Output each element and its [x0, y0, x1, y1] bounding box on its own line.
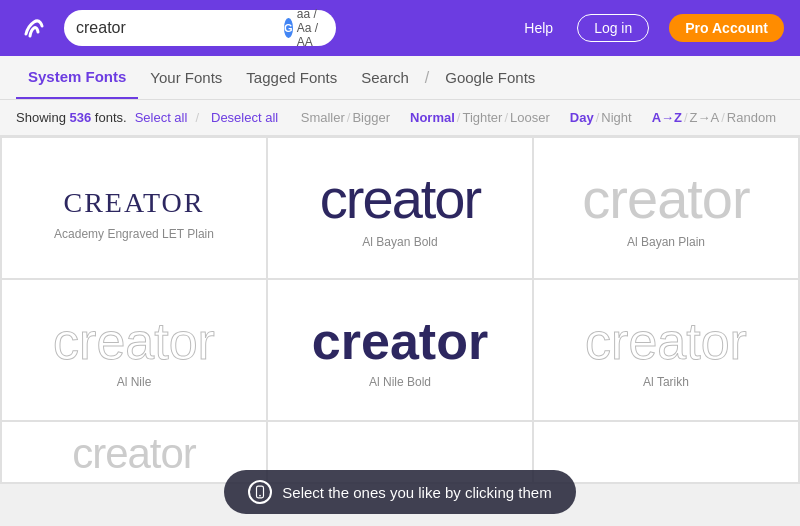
logo[interactable] — [16, 10, 52, 46]
google-icon: G — [284, 18, 293, 38]
spacing-looser[interactable]: Looser — [510, 110, 550, 125]
size-group: Smaller / Bigger — [301, 110, 390, 125]
nav-divider: / — [421, 69, 433, 87]
deselect-all-link[interactable]: Deselect all — [211, 110, 278, 125]
font-preview: creator — [320, 171, 480, 227]
font-count: 536 — [70, 110, 92, 125]
search-input[interactable] — [76, 19, 276, 37]
font-preview: creator — [53, 315, 215, 367]
font-name: Al Bayan Plain — [627, 235, 705, 249]
toast-message: Select the ones you like by clicking the… — [282, 484, 551, 501]
app-header: G aa / Aa / AA Help Log in Pro Account — [0, 0, 800, 56]
font-preview: creator — [582, 171, 749, 227]
search-bar[interactable]: G aa / Aa / AA — [64, 10, 336, 46]
select-all-link[interactable]: Select all — [135, 110, 188, 125]
google-badge: G aa / Aa / AA — [284, 7, 324, 49]
font-name: Al Tarikh — [643, 375, 689, 389]
separator: / — [195, 110, 199, 125]
font-preview: creator — [72, 433, 196, 475]
svg-point-1 — [259, 495, 261, 497]
font-name: Academy Engraved LET Plain — [54, 227, 214, 241]
nav-system-fonts[interactable]: System Fonts — [16, 56, 138, 99]
font-preview: creator — [312, 315, 488, 367]
sort-group: A→Z / Z→A / Random — [652, 110, 776, 125]
help-link[interactable]: Help — [524, 20, 553, 36]
font-card-academy[interactable]: creator Academy Engraved LET Plain — [2, 138, 266, 278]
mode-group: Day / Night — [570, 110, 632, 125]
font-grid: creator Academy Engraved LET Plain creat… — [0, 136, 800, 422]
google-sizes: aa / Aa / AA — [297, 7, 324, 49]
content-area: creator Academy Engraved LET Plain creat… — [0, 136, 800, 526]
font-card-altarikh[interactable]: creator Al Tarikh — [534, 280, 798, 420]
font-preview: creator — [63, 179, 204, 219]
sort-az[interactable]: A→Z — [652, 110, 682, 125]
toast: Select the ones you like by clicking the… — [224, 470, 575, 514]
spacing-tighter[interactable]: Tighter — [462, 110, 502, 125]
mode-night[interactable]: Night — [601, 110, 631, 125]
sort-random[interactable]: Random — [727, 110, 776, 125]
font-card-alnile[interactable]: creator Al Nile — [2, 280, 266, 420]
toolbar: Showing 536 fonts. Select all / Deselect… — [0, 100, 800, 136]
font-card-alnile-bold[interactable]: creator Al Nile Bold — [268, 280, 532, 420]
nav-search[interactable]: Search — [349, 56, 421, 99]
toast-container: Select the ones you like by clicking the… — [0, 470, 800, 526]
nav-google-fonts[interactable]: Google Fonts — [433, 56, 547, 99]
spacing-normal[interactable]: Normal — [410, 110, 455, 125]
font-name: Al Nile — [117, 375, 152, 389]
sort-za[interactable]: Z→A — [690, 110, 720, 125]
showing-label: Showing 536 fonts. — [16, 110, 127, 125]
font-card-albayan-bold[interactable]: creator Al Bayan Bold — [268, 138, 532, 278]
font-preview: creator — [585, 315, 747, 367]
spacing-group: Normal / Tighter / Looser — [410, 110, 550, 125]
font-card-albayan-plain[interactable]: creator Al Bayan Plain — [534, 138, 798, 278]
size-bigger[interactable]: Bigger — [352, 110, 390, 125]
toast-icon — [248, 480, 272, 504]
pro-account-button[interactable]: Pro Account — [669, 14, 784, 42]
mode-day[interactable]: Day — [570, 110, 594, 125]
main-nav: System Fonts Your Fonts Tagged Fonts Sea… — [0, 56, 800, 100]
login-button[interactable]: Log in — [577, 14, 649, 42]
font-name: Al Bayan Bold — [362, 235, 437, 249]
font-name: Al Nile Bold — [369, 375, 431, 389]
nav-tagged-fonts[interactable]: Tagged Fonts — [234, 56, 349, 99]
nav-your-fonts[interactable]: Your Fonts — [138, 56, 234, 99]
size-smaller[interactable]: Smaller — [301, 110, 345, 125]
